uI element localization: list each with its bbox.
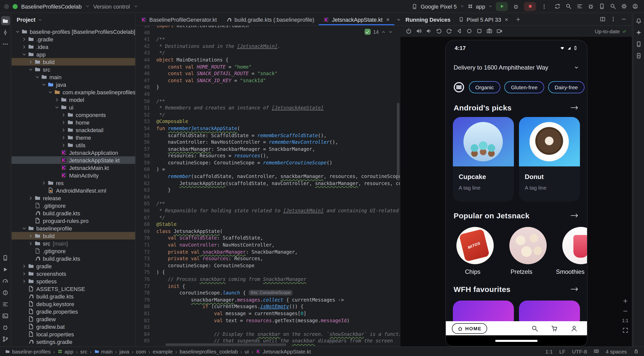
tree-item-spotless[interactable]: spotless (12, 277, 135, 285)
line-number[interactable]: 40 (136, 29, 156, 36)
project-tree[interactable]: baseline-profiles [BaselineProfilesCodel… (12, 26, 135, 346)
sync-button[interactable] (552, 1, 562, 11)
line-number[interactable]: 55 (136, 132, 156, 139)
line-number[interactable]: 52 (136, 111, 156, 118)
status-encoding[interactable]: UTF-8 (572, 348, 587, 354)
zoom-reset-button[interactable]: 1:1 (622, 318, 628, 323)
project-button[interactable] (1, 16, 10, 25)
tree-item-ui[interactable]: ui (12, 103, 135, 111)
tree-item-model[interactable]: model (12, 96, 135, 103)
terminal-button[interactable] (1, 311, 10, 320)
run-config-selector[interactable]: app (476, 3, 485, 9)
arrow-right-icon[interactable] (570, 105, 579, 110)
chevron-right-icon[interactable] (28, 59, 34, 65)
popular-item-chips[interactable]: MITOS (456, 227, 493, 264)
tree-item-gradlew[interactable]: gradlew (12, 315, 135, 323)
device-tab[interactable]: Pixel 5 API 33 × (459, 16, 508, 22)
line-number[interactable]: 70 (136, 235, 156, 242)
tree-item-build-gradle-kts[interactable]: build.gradle.kts (12, 292, 135, 300)
zoom-out-icon[interactable] (622, 308, 628, 314)
tree-item-src[interactable]: src[main] (12, 240, 135, 247)
line-number[interactable]: 42 (136, 43, 156, 50)
line-number[interactable]: 56 (136, 139, 156, 145)
line-number[interactable]: 62 (136, 180, 156, 187)
tree-item-proguard-rules-pro[interactable]: proguard-rules.pro (12, 217, 135, 224)
structure-button[interactable] (574, 1, 584, 11)
chevron-right-icon[interactable] (28, 195, 34, 201)
device-selector[interactable]: Google Pixel 5 (421, 3, 457, 9)
horizontal-scrollbar[interactable] (165, 343, 286, 346)
editor-tab-build-gradle-kts-baselineprofile[interactable]: build.gradle.kts (:baselineprofile) (221, 14, 319, 25)
popular-item-pretzels[interactable] (509, 227, 546, 264)
run-button[interactable] (1, 265, 10, 274)
tree-item-debug-keystore[interactable]: debug.keystore (12, 300, 135, 308)
line-number[interactable]: 48 (136, 84, 156, 91)
line-number[interactable]: 47 (136, 77, 156, 84)
chevron-down-icon[interactable] (21, 51, 27, 57)
search-button[interactable] (608, 1, 618, 11)
line-number[interactable]: 53 (136, 118, 156, 125)
inspections-widget[interactable]: 14 (365, 29, 393, 35)
tree-item-main[interactable]: main (12, 73, 135, 81)
chevron-right-icon[interactable] (21, 263, 27, 269)
chevron-right-icon[interactable] (41, 180, 47, 186)
line-number[interactable]: 78 (136, 289, 156, 296)
chevron-down-icon[interactable] (41, 81, 47, 87)
home-button[interactable] (466, 27, 473, 35)
tree-item-build-gradle-kts[interactable]: build.gradle.kts (12, 255, 135, 262)
find-button[interactable] (563, 1, 573, 11)
chevron-right-icon[interactable] (61, 112, 67, 118)
window-control-green-icon[interactable] (13, 4, 18, 9)
chevron-right-icon[interactable] (54, 97, 60, 103)
chevron-right-icon[interactable] (61, 142, 67, 148)
zoom-fit-icon[interactable] (622, 327, 628, 333)
commit-button[interactable] (1, 28, 10, 37)
tree-item-baselineprofile[interactable]: baselineprofile (12, 224, 135, 232)
breadcrumb-app[interactable]: app (57, 348, 73, 354)
rotate-right-button[interactable] (446, 27, 452, 35)
tree-item-java[interactable]: java (12, 81, 135, 88)
tree-item-app[interactable]: app (12, 50, 135, 58)
line-number[interactable]: 60 (136, 166, 156, 173)
tree-item-gradlew-bat[interactable]: gradlew.bat (12, 323, 135, 330)
notifications-button[interactable] (634, 16, 643, 25)
tree-item-androidmanifest-xml[interactable]: AndroidManifest.xml (12, 187, 135, 194)
line-number[interactable]: 66 (136, 207, 156, 214)
line-number[interactable]: 72 (136, 248, 156, 255)
more-run-options-button[interactable] (539, 1, 549, 11)
bug-report-button[interactable] (586, 1, 596, 11)
arrow-right-icon[interactable] (570, 213, 579, 218)
breadcrumb-main[interactable]: main (94, 348, 113, 354)
chevron-right-icon[interactable] (61, 134, 67, 140)
tree-item-jetsnackmain-kt[interactable]: JetsnackMain.kt (12, 164, 135, 171)
tree-item-snackdetail[interactable]: snackdetail (12, 126, 135, 134)
assistant-button[interactable] (634, 28, 643, 37)
snack-card-cupcake[interactable]: Cupcake A tag line (453, 117, 514, 202)
chevron-down-icon[interactable] (21, 225, 27, 231)
tree-item-build-gradle-kts[interactable]: build.gradle.kts (12, 209, 135, 217)
record-button[interactable] (496, 27, 503, 35)
line-number[interactable]: 39 (136, 26, 156, 29)
breadcrumb-jetsnackappstate-kt[interactable]: JetsnackAppState.kt (256, 348, 311, 354)
status-keyboard[interactable] (594, 348, 599, 355)
tree-item-build[interactable]: build (12, 58, 135, 66)
line-number[interactable]: 44 (136, 56, 156, 63)
nav-search-icon[interactable] (531, 324, 538, 332)
line-number[interactable]: 67 (136, 214, 156, 221)
add-device-icon[interactable] (515, 17, 521, 22)
popular-item-smoothies[interactable] (562, 227, 587, 264)
line-number[interactable]: 64 (136, 194, 156, 200)
breadcrumb-src[interactable]: src (80, 348, 87, 354)
profiler-button[interactable] (1, 276, 10, 285)
tree-item-mainactivity[interactable]: MainActivity (12, 171, 135, 179)
tree-item-theme[interactable]: theme (12, 134, 135, 141)
breadcrumb-ui[interactable]: ui (245, 348, 249, 354)
chevron-down-icon[interactable] (34, 74, 40, 80)
tree-item-screenshots[interactable]: screenshots (12, 270, 135, 277)
line-number[interactable]: 65 (136, 200, 156, 207)
chevron-right-icon[interactable] (21, 271, 27, 277)
split-editor-button[interactable] (600, 16, 606, 23)
chevron-down-icon[interactable] (15, 28, 21, 35)
line-number[interactable]: 46 (136, 70, 156, 77)
overview-button[interactable] (476, 27, 483, 35)
